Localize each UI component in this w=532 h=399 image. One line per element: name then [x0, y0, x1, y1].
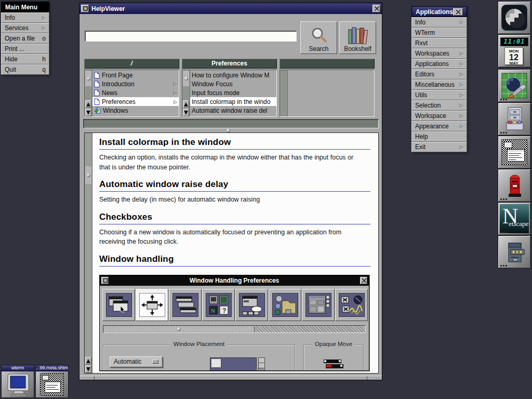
apps-menu-item-appearance[interactable]: Appearance▷	[411, 121, 467, 131]
dock-tile-file-cabinet[interactable]	[498, 102, 531, 136]
knob-dimple	[177, 327, 181, 331]
running-dots	[500, 198, 507, 200]
apps-menu-item-miscellaneous[interactable]: Miscellaneous▷	[411, 79, 467, 90]
browser-item-preferences-selected[interactable]: Preferences ▷	[92, 97, 179, 106]
section-heading: Checkboxes	[99, 212, 370, 224]
embedded-window-handling-preferences: Window Handling Preferences N?	[99, 275, 369, 371]
menu-label: Appearance	[415, 122, 460, 131]
submenu-arrow-icon: ▷	[460, 80, 463, 89]
scrollbar-knob[interactable]	[85, 71, 91, 86]
apps-menu-item-workspaces[interactable]: Workspaces▷	[411, 48, 467, 59]
calendar-sheet: MON 12 MAY	[504, 47, 523, 65]
bookshelf-button[interactable]: Bookshelf	[339, 21, 376, 54]
scroll-cell	[259, 363, 264, 368]
browser-item-install-colormap-selected[interactable]: Install colormap in the windo	[190, 97, 276, 106]
dock-tile-window-maker-logo[interactable]	[498, 1, 531, 34]
dock-tile-clock-calendar[interactable]: 11:01 MON 12 MAY	[498, 34, 531, 68]
search-input[interactable]	[85, 31, 297, 42]
apps-menu-item-selection[interactable]: Selection▷	[411, 100, 467, 111]
window-maker-logo-icon	[500, 3, 529, 32]
browser-horizontal-scroller[interactable]	[83, 119, 379, 128]
menu-shortcut: q	[42, 65, 46, 74]
apps-menu-item-rxvt[interactable]: Rxvt	[411, 38, 467, 48]
terminal-monitor-icon	[2, 371, 34, 397]
section-body: Choosing if a new window is automaticall…	[99, 228, 363, 247]
close-icon	[361, 277, 367, 284]
scroll-up-button[interactable]	[85, 357, 91, 365]
browser-item-how-to-configure[interactable]: How to configure Window M	[190, 71, 276, 79]
opaque-move-groupbox: Opaque Move	[303, 344, 364, 371]
miniwindow-label: ...99.meta.shtml	[36, 365, 68, 371]
browser-item-front-page[interactable]: Front Page	[92, 71, 179, 79]
running-dots	[500, 232, 507, 233]
main-menu-item-open-a-file[interactable]: Open a fileo	[1, 33, 49, 44]
apps-menu-item-applications[interactable]: Applications▷	[411, 59, 467, 69]
applications-menu-titlebar[interactable]: Applications	[411, 6, 467, 17]
dock-tile-archive-cabinet[interactable]	[498, 235, 531, 269]
apps-menu-item-utils[interactable]: Utils▷	[411, 90, 467, 100]
main-menu-item-hide[interactable]: Hideh	[1, 54, 49, 64]
main-menu-item-print[interactable]: Print ...	[1, 44, 49, 54]
embedded-toolbar: N?	[102, 289, 368, 321]
browser-item-input-focus-mode[interactable]: Input focus mode	[190, 88, 276, 97]
content-scrollbar[interactable]	[85, 133, 92, 373]
icon-settings-icon: N?	[206, 293, 232, 317]
close-button[interactable]	[373, 5, 380, 12]
browser-item-windows[interactable]: Windows	[92, 106, 179, 115]
item-label: News	[102, 89, 171, 97]
window-resize-bar[interactable]	[79, 376, 382, 380]
dock-tile-postbox-mail[interactable]	[498, 169, 531, 202]
placement-origin-square	[211, 359, 222, 368]
toolbar-button-search-paths	[269, 289, 301, 321]
item-label: Window Focus	[192, 81, 275, 88]
main-menu-titlebar[interactable]: Main Menu	[1, 2, 49, 12]
apps-menu-item-editors[interactable]: Editors▷	[411, 69, 467, 79]
miniaturize-button[interactable]	[81, 5, 89, 12]
apps-menu-item-info[interactable]: Info▷	[411, 17, 467, 28]
section-body: Checking an option, installs the colorma…	[99, 153, 363, 172]
scrollbar-knob[interactable]	[183, 71, 189, 86]
main-menu-item-info[interactable]: Info▷	[1, 12, 49, 23]
running-dots	[500, 265, 507, 267]
column-items: Front Page Introduction ▷ News ▷	[92, 70, 179, 116]
dock-tile-draw-tool[interactable]	[498, 69, 531, 102]
column-scrollbar[interactable]	[280, 70, 288, 116]
browser-item-automatic-raise[interactable]: Automatic window raise del	[190, 106, 276, 115]
apps-menu-item-workspace[interactable]: Workspace▷	[411, 111, 467, 121]
browser-item-news[interactable]: News ▷	[92, 88, 179, 97]
column-scrollbar[interactable]	[182, 70, 190, 116]
item-label: Windows	[103, 107, 177, 114]
scroll-down-button[interactable]	[183, 109, 189, 116]
scroll-down-button[interactable]	[85, 365, 91, 373]
help-content: Install colormap in the window Checking …	[92, 133, 378, 373]
scrollbar-knob[interactable]	[85, 166, 91, 184]
search-button[interactable]: Search	[300, 21, 337, 54]
magnifier-icon	[310, 26, 328, 44]
apps-menu-item-wterm[interactable]: WTerm	[411, 28, 467, 38]
browser-item-window-focus[interactable]: Window Focus	[190, 79, 276, 88]
main-menu-item-quit[interactable]: Quitq	[1, 64, 49, 75]
item-label: How to configure Window M	[192, 72, 275, 79]
dock-tile-netscape[interactable]: N etscape	[498, 202, 531, 235]
apps-menu-item-exit[interactable]: Exit▷	[411, 142, 467, 152]
helpviewer-body: Search Bookshelf /	[79, 14, 382, 380]
scroll-up-button[interactable]	[85, 100, 91, 108]
scroll-track	[259, 368, 264, 371]
column-scrollbar[interactable]	[85, 70, 92, 116]
help-section: Automatic window raise delay Setting the…	[99, 179, 378, 205]
document-icon	[94, 72, 100, 78]
scroll-up-button[interactable]	[183, 100, 189, 108]
browser-item-introduction[interactable]: Introduction ▷	[92, 79, 179, 88]
apps-menu-item-help[interactable]: Help	[411, 131, 467, 142]
miniaturize-icon	[82, 5, 88, 12]
close-button[interactable]	[453, 8, 463, 16]
main-menu-item-services[interactable]: Services▷	[1, 23, 49, 33]
helpviewer-titlebar[interactable]: HelpViewer	[79, 3, 382, 14]
miniwindow-meta-shtml[interactable]: ...99.meta.shtml	[35, 365, 69, 398]
scroll-down-button[interactable]	[85, 109, 91, 116]
arrow-down-icon	[86, 367, 90, 371]
miniwindow-wterm[interactable]: wterm	[1, 365, 34, 398]
netscape-icon: N etscape	[500, 204, 529, 233]
toolbar-button-window-handling-selected	[136, 289, 168, 321]
dock-tile-text-editor[interactable]	[498, 136, 531, 169]
